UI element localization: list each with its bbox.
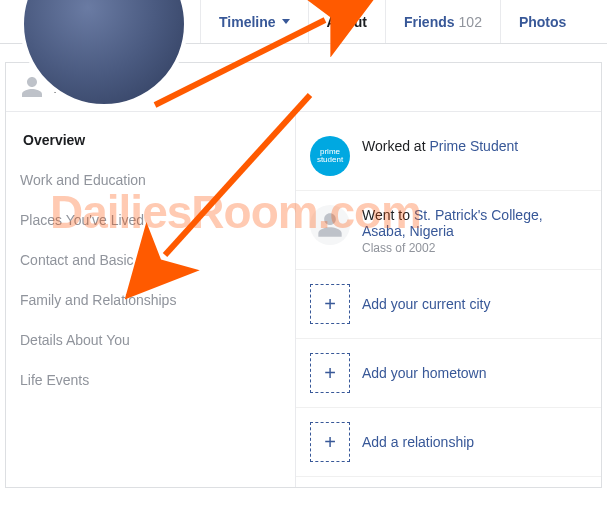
- tab-about[interactable]: About: [308, 0, 385, 43]
- sidebar-item-details[interactable]: Details About You: [6, 320, 295, 360]
- add-hometown-row[interactable]: + Add your hometown: [296, 339, 601, 408]
- add-relationship-row[interactable]: + Add a relationship: [296, 408, 601, 477]
- add-relationship-label[interactable]: Add a relationship: [362, 434, 474, 450]
- friends-count: 102: [459, 14, 482, 30]
- edu-prefix: Went to: [362, 207, 414, 223]
- plus-icon[interactable]: +: [310, 422, 350, 462]
- plus-icon[interactable]: +: [310, 353, 350, 393]
- tab-timeline[interactable]: Timeline: [200, 0, 308, 43]
- sidebar-item-contact[interactable]: Contact and Basic Info: [6, 240, 295, 280]
- chevron-down-icon: [282, 19, 290, 24]
- add-hometown-label[interactable]: Add your hometown: [362, 365, 487, 381]
- about-main: prime student Worked at Prime Student We…: [296, 112, 601, 487]
- about-sidebar: Overview Work and Education Places You'v…: [6, 112, 296, 487]
- generic-avatar-icon: [310, 205, 350, 245]
- tab-photos[interactable]: Photos: [500, 0, 584, 43]
- add-city-row[interactable]: + Add your current city: [296, 270, 601, 339]
- work-row: prime student Worked at Prime Student: [296, 122, 601, 191]
- edu-subline: Class of 2002: [362, 241, 587, 255]
- tab-timeline-label: Timeline: [219, 14, 276, 30]
- tab-photos-label: Photos: [519, 14, 566, 30]
- plus-icon[interactable]: +: [310, 284, 350, 324]
- work-link[interactable]: Prime Student: [429, 138, 518, 154]
- prime-student-icon: prime student: [310, 136, 350, 176]
- tab-friends-label: Friends: [404, 14, 455, 30]
- sidebar-item-family[interactable]: Family and Relationships: [6, 280, 295, 320]
- sidebar-item-life[interactable]: Life Events: [6, 360, 295, 400]
- sidebar-item-work[interactable]: Work and Education: [6, 160, 295, 200]
- work-text: Worked at Prime Student: [362, 136, 518, 154]
- tab-about-label: About: [327, 14, 367, 30]
- tab-friends[interactable]: Friends 102: [385, 0, 500, 43]
- education-text: Went to St. Patrick's College, Asaba, Ni…: [362, 205, 587, 255]
- about-panel: About Overview Work and Education Places…: [5, 62, 602, 488]
- education-row: Went to St. Patrick's College, Asaba, Ni…: [296, 191, 601, 270]
- work-prefix: Worked at: [362, 138, 429, 154]
- sidebar-item-places[interactable]: Places You've Lived: [6, 200, 295, 240]
- add-city-label[interactable]: Add your current city: [362, 296, 490, 312]
- sidebar-item-overview[interactable]: Overview: [6, 120, 295, 160]
- about-body: Overview Work and Education Places You'v…: [6, 112, 601, 487]
